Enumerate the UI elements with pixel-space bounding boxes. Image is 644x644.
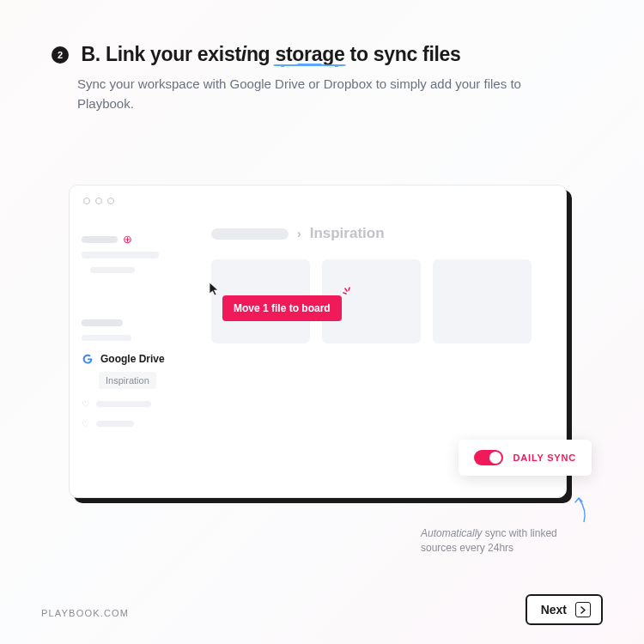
google-drive-label: Google Drive (100, 353, 165, 365)
skeleton-line (82, 236, 118, 243)
board-card[interactable] (433, 259, 532, 343)
window-controls (70, 185, 566, 216)
cursor-icon (209, 282, 221, 297)
daily-sync-label: DAILY SYNC (513, 453, 576, 463)
page-subtitle: Sync your workspace with Google Drive or… (77, 75, 541, 113)
skeleton-line (90, 267, 135, 273)
window-dot-icon (107, 197, 114, 204)
heart-icon: ♡ (82, 399, 89, 409)
title-underlined: storage (275, 43, 344, 66)
svg-line-2 (349, 288, 349, 290)
window-dot-icon (95, 197, 102, 204)
chevron-right-icon: › (297, 227, 301, 240)
spark-icon (342, 287, 354, 299)
next-button-label: Next (541, 603, 567, 617)
daily-sync-card: DAILY SYNC (459, 440, 592, 476)
drag-tooltip-label: Move 1 file to board (234, 302, 331, 314)
drag-tooltip: Move 1 file to board (222, 295, 342, 321)
footer-brand: PLAYBOOK.COM (41, 608, 129, 618)
title-text: to sync files (344, 43, 460, 65)
window-dot-icon (83, 197, 90, 204)
app-window: ⊕ Google Drive Inspiration ♡ ♡ (69, 185, 567, 498)
sidebar-item[interactable]: ♡ (82, 419, 191, 428)
helper-text: Automatically sync with linked sources e… (421, 526, 592, 556)
title-text: B. Link your exist (81, 43, 240, 65)
skeleton-line (82, 335, 131, 341)
sidebar-item-google-drive[interactable]: Google Drive (82, 353, 191, 365)
svg-line-1 (345, 289, 347, 291)
plus-icon[interactable]: ⊕ (123, 234, 132, 245)
arrow-annotation-icon (567, 494, 592, 524)
google-icon (82, 353, 94, 365)
daily-sync-toggle[interactable] (474, 450, 503, 465)
heart-icon: ♡ (82, 419, 89, 428)
breadcrumb-parent[interactable] (211, 228, 289, 240)
sidebar-item[interactable]: ♡ (82, 399, 191, 409)
chevron-right-icon (575, 602, 591, 617)
skeleton-line (82, 319, 123, 326)
breadcrumb: › Inspiration (211, 225, 547, 242)
helper-italic: Automatically (421, 527, 482, 539)
page-title: B. Link your existing storage to sync fi… (81, 43, 460, 65)
sidebar-item-inspiration[interactable]: Inspiration (99, 372, 156, 389)
skeleton-line (96, 401, 151, 407)
title-text: ng (246, 43, 276, 65)
breadcrumb-current: Inspiration (310, 225, 385, 242)
svg-line-0 (343, 293, 346, 294)
sidebar: ⊕ Google Drive Inspiration ♡ ♡ (70, 216, 203, 494)
skeleton-line (96, 421, 134, 427)
next-button[interactable]: Next (526, 594, 603, 625)
step-number-badge: 2 (52, 46, 69, 64)
skeleton-line (82, 252, 159, 258)
